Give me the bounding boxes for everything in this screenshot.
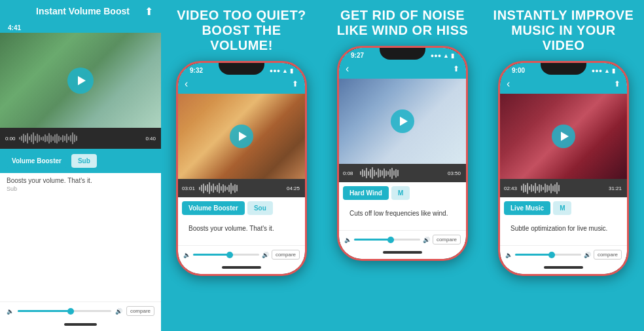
share-button-4[interactable]: ⬆	[614, 79, 620, 88]
bottom-bar-4	[500, 263, 627, 274]
notch-2	[219, 63, 264, 75]
phone-screen-4: 9:00 ●●● ▲ ▮ ‹ ⬆	[500, 63, 627, 274]
compare-button-2[interactable]: compare	[272, 250, 300, 260]
filter-btn-volume-2[interactable]: Volume Booster	[182, 201, 245, 215]
bottom-bar-3	[339, 248, 466, 259]
status-icons-4: ●●● ▲ ▮	[592, 68, 615, 74]
panel-4-header: INSTANTLY IMPROVE MUSIC IN YOUR VIDEO	[483, 0, 644, 61]
status-icons-3: ●●● ▲ ▮	[431, 52, 454, 59]
battery-icon-4: ▮	[612, 68, 615, 74]
back-button-2[interactable]: ‹	[185, 78, 188, 90]
panel-volume-boost: VIDEO TOO QUIET? BOOST THE VOLUME! 9:32 …	[161, 0, 322, 331]
compare-button-4[interactable]: compare	[594, 250, 622, 260]
slider-3[interactable]	[354, 239, 420, 241]
desc-area-2: Boosts your volume. That's it.	[178, 219, 305, 245]
signal-icon-3: ●●●	[431, 52, 441, 59]
app-header-4: ‹ ⬆	[500, 75, 627, 94]
waveform-end-time: 0:40	[145, 136, 156, 142]
status-time-2: 9:32	[190, 67, 203, 74]
filter-desc-4: Subtle optimization for live music.	[505, 222, 622, 234]
filter-desc-3: Cuts off low frequencies like wind.	[344, 206, 461, 219]
panel-noise-removal: GET RID OF NOISE LIKE WIND OR HISS 9:27 …	[322, 0, 483, 331]
battery-icon: ▮	[290, 68, 293, 74]
wifi-icon: ▲	[282, 68, 288, 74]
volume-slider[interactable]	[18, 310, 111, 312]
panel-3-header: GET RID OF NOISE LIKE WIND OR HISS	[322, 0, 483, 46]
app-header-3: ‹ ⬆	[339, 60, 466, 79]
filter-section-2: Volume Booster Sou	[178, 197, 305, 219]
play-button[interactable]	[67, 68, 94, 94]
slider-area-2: 🔈 🔊 compare	[178, 245, 305, 263]
compare-button[interactable]: compare	[126, 306, 154, 316]
wifi-icon-4: ▲	[604, 68, 610, 74]
share-icon[interactable]: ⬆	[145, 5, 153, 18]
waveform-start-time: 0:00	[5, 136, 16, 142]
notch-4	[541, 63, 586, 75]
wifi-icon-3: ▲	[443, 52, 449, 59]
play-icon-2	[239, 132, 247, 141]
status-time-4: 9:00	[512, 67, 525, 74]
app-header-2: ‹ ⬆	[178, 75, 305, 94]
slider-icon-min-2: 🔈	[183, 252, 190, 258]
phone-mockup-2: 9:32 ●●● ▲ ▮ ‹ ⬆	[176, 61, 307, 276]
phone-container-2: 9:32 ●●● ▲ ▮ ‹ ⬆	[161, 61, 322, 331]
waveform-visual-3	[360, 166, 445, 180]
play-icon	[78, 76, 86, 85]
play-icon-4	[561, 132, 569, 141]
phone-mockup-3: 9:27 ●●● ▲ ▮ ‹ ⬆	[337, 46, 468, 261]
panel-music-improve: INSTANTLY IMPROVE MUSIC IN YOUR VIDEO 9:…	[483, 0, 644, 331]
waveform-start-3: 0:08	[343, 170, 357, 176]
filter-btn-m-3[interactable]: M	[391, 186, 410, 200]
description-area: Boosts your volume. That's it. Sub	[0, 173, 161, 302]
volume-slider-area: 🔈 🔊 compare	[0, 302, 161, 320]
slider-4[interactable]	[515, 254, 581, 256]
video-preview[interactable]	[0, 33, 161, 128]
filter-btn-music-4[interactable]: Live Music	[504, 201, 550, 215]
filter-btn-sub[interactable]: Sub	[71, 154, 97, 168]
panel-2-header: VIDEO TOO QUIET? BOOST THE VOLUME!	[161, 0, 322, 61]
phone-container-4: 9:00 ●●● ▲ ▮ ‹ ⬆	[483, 61, 644, 331]
slider-2[interactable]	[193, 254, 259, 256]
desc-area-3: Cuts off low frequencies like wind.	[339, 204, 466, 230]
slider-icon-max-2: 🔊	[262, 252, 269, 258]
play-button-2[interactable]	[230, 125, 253, 148]
filter-btn-sou-2[interactable]: Sou	[247, 201, 273, 215]
compare-button-3[interactable]: compare	[433, 235, 461, 244]
notch-3	[380, 48, 425, 60]
filter-btn-wind-3[interactable]: Hard Wind	[343, 186, 389, 200]
filter-btn-volume-booster[interactable]: Volume Booster	[5, 154, 68, 168]
play-button-3[interactable]	[391, 109, 414, 133]
video-preview-4[interactable]	[500, 94, 627, 179]
play-button-4[interactable]	[552, 125, 575, 148]
waveform-bar: 0:00 0:40	[0, 128, 161, 149]
status-icons-2: ●●● ▲ ▮	[270, 68, 293, 74]
slider-min-icon: 🔈	[7, 308, 14, 315]
status-time: 4:41	[0, 23, 161, 33]
status-time-3: 9:27	[351, 52, 364, 59]
home-indicator-area	[0, 320, 161, 331]
home-indicator-3	[383, 251, 422, 254]
share-button-3[interactable]: ⬆	[453, 64, 459, 73]
waveform-visual	[19, 131, 143, 146]
video-preview-2[interactable]	[178, 94, 305, 179]
back-button-3[interactable]: ‹	[346, 63, 349, 75]
slider-area-3: 🔈 🔊 compare	[339, 230, 466, 248]
video-preview-3[interactable]	[339, 79, 466, 164]
share-button-2[interactable]: ⬆	[292, 79, 298, 88]
back-button-4[interactable]: ‹	[507, 78, 510, 90]
filter-btn-m-4[interactable]: M	[553, 201, 571, 215]
signal-icon-4: ●●●	[592, 68, 602, 74]
slider-icon-max-3: 🔊	[423, 237, 430, 243]
waveform-end-2: 04:25	[287, 185, 301, 191]
home-indicator-4	[544, 266, 583, 269]
waveform-start-4: 02:43	[504, 185, 518, 191]
home-indicator	[64, 323, 97, 326]
waveform-visual-4	[521, 182, 606, 195]
bottom-bar-2	[178, 263, 305, 274]
slider-area-4: 🔈 🔊 compare	[500, 245, 627, 263]
play-icon-3	[400, 117, 408, 126]
waveform-2: 03:01 04:25	[178, 179, 305, 197]
panel-app-title: Instant Volume Boost ⬆ 4:41 0:00 0:40 Vo…	[0, 0, 161, 331]
filter-desc-2: Boosts your volume. That's it.	[183, 222, 300, 234]
phone-screen-2: 9:32 ●●● ▲ ▮ ‹ ⬆	[178, 63, 305, 274]
